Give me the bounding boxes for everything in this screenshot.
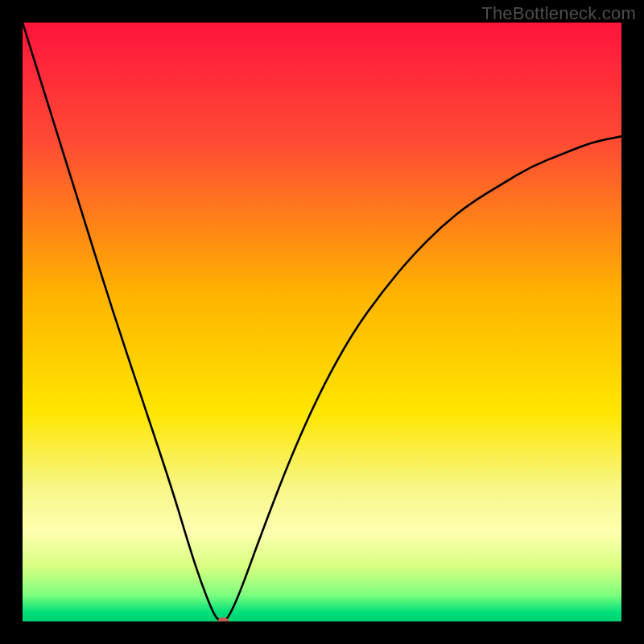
plot-area xyxy=(23,23,621,621)
gradient-background xyxy=(23,23,621,621)
chart-svg xyxy=(23,23,621,621)
watermark-text: TheBottleneck.com xyxy=(481,3,636,24)
chart-frame: TheBottleneck.com xyxy=(0,0,644,644)
